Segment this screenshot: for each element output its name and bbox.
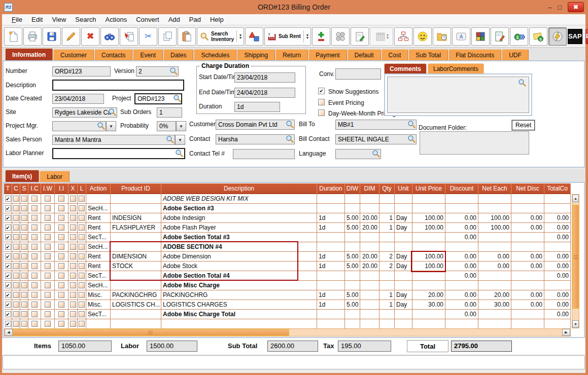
table-row[interactable]: ✔SecT...Adobe Misc Charge Total0.000.00 xyxy=(4,310,571,319)
row-flag-checkbox[interactable] xyxy=(45,302,51,308)
column-header[interactable]: T xyxy=(4,183,12,194)
column-header[interactable]: Description xyxy=(161,183,317,194)
cell-unit-price[interactable]: 20.00 xyxy=(412,290,445,300)
row-flag-checkbox[interactable] xyxy=(31,253,38,259)
cell-unit-price[interactable]: 100.00 xyxy=(412,261,445,271)
cell-action[interactable]: Misc. xyxy=(86,290,111,300)
row-flag-checkbox[interactable] xyxy=(31,321,38,327)
row-flag-checkbox[interactable] xyxy=(70,205,76,211)
cell-product-id[interactable] xyxy=(111,281,161,290)
cell-unit-price[interactable]: 100.00 xyxy=(412,252,445,261)
cell-description[interactable]: ADOBE SECTION #4 xyxy=(161,242,317,252)
cell-description[interactable]: Adobe Misc Charge xyxy=(161,281,317,290)
row-flag-checkbox[interactable] xyxy=(79,302,85,308)
row-flag-checkbox[interactable] xyxy=(79,253,85,259)
row-flag-checkbox[interactable] xyxy=(21,253,27,259)
calendar-button[interactable]: ▾▾ xyxy=(370,27,393,46)
cell-net-disc[interactable]: 0.00 xyxy=(511,252,544,261)
number-field[interactable]: ORD#123 xyxy=(52,66,111,77)
maximize-icon[interactable]: □ xyxy=(558,4,562,11)
cell-unit[interactable] xyxy=(395,233,412,242)
menu-file[interactable]: File xyxy=(7,16,27,23)
dwm-pricing-checkbox[interactable] xyxy=(318,109,325,116)
row-select-checkbox[interactable]: ✔ xyxy=(5,282,11,288)
cell-dim[interactable] xyxy=(360,319,379,329)
cell-qty[interactable] xyxy=(379,194,395,204)
cell-qty[interactable] xyxy=(379,310,395,319)
sub-rent-button[interactable]: Sub Rent ▾▾ xyxy=(264,27,311,46)
tab-udf[interactable]: UDF xyxy=(502,49,529,60)
probability-dropdown[interactable]: ▼ xyxy=(176,121,186,131)
table-row[interactable]: ✔SecH...ADOBE SECTION #4 xyxy=(4,242,571,252)
color-blocks-button[interactable] xyxy=(471,27,490,46)
table-row[interactable]: ✔RentDIMENSIONAdobe Dimension1d5.0020.00… xyxy=(4,252,571,261)
row-flag-checkbox[interactable] xyxy=(58,321,64,327)
cell-qty[interactable] xyxy=(379,242,395,252)
row-flag-checkbox[interactable] xyxy=(58,302,64,308)
table-row[interactable]: ✔ADOBE WEB DESIGN KIT MIX xyxy=(4,194,571,204)
money-forward-button[interactable]: $ xyxy=(510,27,528,46)
row-flag-checkbox[interactable] xyxy=(70,253,76,259)
cell-diw[interactable]: 5.00 xyxy=(345,261,360,271)
cell-duration[interactable]: 1d xyxy=(317,213,345,223)
cell-action[interactable]: SecT... xyxy=(86,310,111,319)
cut-button[interactable]: ✂ xyxy=(139,27,157,46)
cell-unit-price[interactable]: 100.00 xyxy=(412,223,445,233)
sales-person-field[interactable]: Mantra M Mantra xyxy=(52,135,175,145)
cell-action[interactable]: SecH... xyxy=(86,281,111,290)
scroll-left-icon[interactable]: ◀ xyxy=(5,329,13,336)
cell-action[interactable]: Rent xyxy=(86,261,111,271)
column-header[interactable]: Qty xyxy=(379,183,395,194)
row-flag-checkbox[interactable] xyxy=(70,292,76,298)
group-query-button[interactable] xyxy=(331,27,350,46)
cell-qty[interactable] xyxy=(379,319,395,329)
row-flag-checkbox[interactable] xyxy=(31,282,38,288)
row-flag-checkbox[interactable] xyxy=(58,273,64,279)
cell-total-cost[interactable] xyxy=(544,242,571,252)
column-header[interactable]: X xyxy=(68,183,78,194)
org-chart-button[interactable] xyxy=(394,27,412,46)
tab-items[interactable]: Item(s) xyxy=(5,170,39,182)
row-flag-checkbox[interactable] xyxy=(21,273,27,279)
row-flag-checkbox[interactable] xyxy=(31,263,38,269)
row-flag-checkbox[interactable] xyxy=(21,224,27,231)
row-flag-checkbox[interactable] xyxy=(70,311,76,317)
row-flag-checkbox[interactable] xyxy=(31,234,38,240)
menu-view[interactable]: View xyxy=(47,16,71,23)
row-flag-checkbox[interactable] xyxy=(45,215,51,221)
row-flag-checkbox[interactable] xyxy=(13,205,19,211)
row-flag-checkbox[interactable] xyxy=(70,273,76,279)
cell-diw[interactable] xyxy=(345,281,360,290)
row-flag-checkbox[interactable] xyxy=(70,263,76,269)
cell-unit[interactable]: Day xyxy=(395,261,412,271)
cell-description[interactable]: Adobe Indesign xyxy=(161,213,317,223)
table-row[interactable]: ✔SecT...Adobe Section Total #40.000.00 xyxy=(4,271,571,281)
cell-qty[interactable] xyxy=(379,281,395,290)
column-header[interactable]: DIW xyxy=(345,183,360,194)
cell-net-disc[interactable]: 0.00 xyxy=(511,223,544,233)
row-flag-checkbox[interactable] xyxy=(45,263,51,269)
table-row[interactable]: ✔RentFLASHPLAYERAdobe Flash Player1d5.00… xyxy=(4,223,571,233)
cell-discount[interactable]: 0.00 xyxy=(445,290,478,300)
cell-duration[interactable] xyxy=(317,233,345,242)
row-flag-checkbox[interactable] xyxy=(31,224,38,231)
cell-net-disc[interactable]: 0.00 xyxy=(511,290,544,300)
cell-unit[interactable]: Day xyxy=(395,252,412,261)
cell-description[interactable]: ADOBE WEB DESIGN KIT MIX xyxy=(161,194,317,204)
cell-net-each[interactable]: 30.00 xyxy=(478,300,511,310)
menu-edit[interactable]: Edit xyxy=(27,16,47,23)
table-row[interactable]: ✔RentSTOCKAdobe Stock1d5.0020.002Day100.… xyxy=(4,261,571,271)
site-field[interactable]: Rydges Lakeside Ca xyxy=(52,107,117,118)
cell-dim[interactable]: 20.00 xyxy=(360,252,379,261)
folder-history-button[interactable] xyxy=(433,27,451,46)
cell-duration[interactable] xyxy=(317,319,345,329)
cell-net-disc[interactable] xyxy=(511,271,544,281)
table-row[interactable]: ✔Misc.PACKINGCHRGPACKINGCHRG1d5.001Day20… xyxy=(4,290,571,300)
menu-convert[interactable]: Convert xyxy=(131,16,164,23)
cell-discount[interactable] xyxy=(445,281,478,290)
end-date-field[interactable]: 24/04/2018 xyxy=(234,88,295,98)
sub-orders-field[interactable]: 1 xyxy=(157,107,182,118)
cell-action[interactable]: SecH... xyxy=(86,204,111,213)
tab-default[interactable]: Default xyxy=(348,49,381,60)
cell-net-disc[interactable] xyxy=(511,310,544,319)
